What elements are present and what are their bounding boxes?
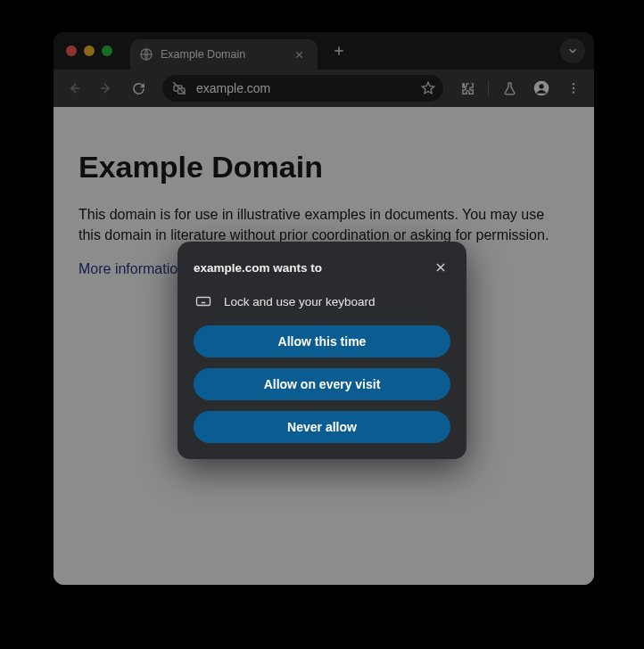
star-icon [420,80,436,96]
svg-rect-9 [197,298,211,306]
url-text: example.com [196,81,411,95]
permission-dialog: example.com wants to Lock and use your k… [178,242,466,459]
new-tab-button[interactable] [326,38,351,63]
never-allow-button[interactable]: Never allow [194,411,450,443]
svg-point-7 [573,87,574,89]
window-controls [66,45,112,56]
reload-icon [131,81,146,96]
svg-point-5 [539,84,543,88]
titlebar: Example Domain [54,32,594,70]
browser-tab[interactable]: Example Domain [130,39,318,70]
puzzle-icon [460,81,475,96]
permission-request-row: Lock and use your keyboard [194,293,450,309]
keyboard-icon [195,293,211,309]
tab-overflow-button[interactable] [560,38,585,63]
site-settings-icon[interactable] [171,80,187,96]
close-icon [434,261,447,274]
chevron-down-icon [566,45,579,57]
bookmark-button[interactable] [420,80,436,96]
globe-icon [139,47,153,62]
window-minimize-button[interactable] [84,45,95,56]
dialog-title: example.com wants to [194,261,322,275]
page-heading: Example Domain [78,150,569,185]
toolbar: example.com [54,70,594,107]
allow-every-visit-button[interactable]: Allow on every visit [194,368,450,400]
address-bar[interactable]: example.com [162,75,443,102]
svg-point-6 [573,83,574,85]
flask-icon [502,81,517,96]
tab-strip: Example Domain [130,32,594,70]
reload-button[interactable] [125,75,152,102]
labs-button[interactable] [496,75,523,102]
window-close-button[interactable] [66,45,77,56]
plus-icon [333,45,345,57]
dialog-header: example.com wants to [194,258,450,277]
back-button[interactable] [61,75,87,102]
page-paragraph: This domain is for use in illustrative e… [78,204,569,245]
profile-icon [533,79,550,97]
menu-button[interactable] [560,75,587,102]
more-vertical-icon [566,81,581,95]
svg-point-8 [573,91,574,93]
tab-close-button[interactable] [291,46,307,62]
dialog-actions: Allow this time Allow on every visit Nev… [194,325,450,443]
profile-button[interactable] [528,75,555,102]
dialog-close-button[interactable] [431,258,450,277]
arrow-right-icon [98,80,114,96]
permission-request-text: Lock and use your keyboard [224,295,376,308]
forward-button[interactable] [93,75,120,102]
tab-title: Example Domain [161,48,284,61]
window-maximize-button[interactable] [102,45,112,56]
extensions-button[interactable] [454,75,481,102]
allow-once-button[interactable]: Allow this time [194,325,450,357]
close-icon [294,50,304,60]
toolbar-divider [488,80,489,96]
arrow-left-icon [66,80,82,96]
